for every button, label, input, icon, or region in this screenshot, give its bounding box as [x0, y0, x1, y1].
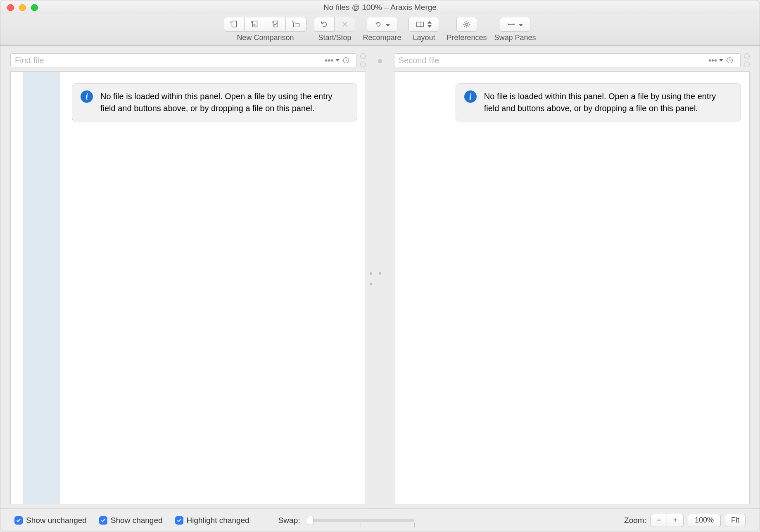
marker-circle[interactable]: [744, 62, 750, 67]
left-panel[interactable]: i No file is loaded within this panel. O…: [10, 71, 366, 504]
swap-panes-button[interactable]: [500, 17, 530, 32]
gear-icon: [462, 20, 471, 29]
zoom-fit-button[interactable]: Fit: [725, 514, 746, 527]
margin-gutter: [23, 72, 60, 504]
more-options-icon[interactable]: •••: [708, 56, 717, 65]
line-gutter: [11, 72, 23, 504]
zoom-out-button[interactable]: −: [651, 514, 667, 527]
preferences-button[interactable]: [456, 17, 477, 32]
line-gutter: [394, 72, 407, 504]
cancel-icon: [340, 20, 349, 29]
toolbar-group-new-comparison: 01 New Comparison: [224, 17, 306, 42]
zoom-in-button[interactable]: +: [667, 514, 684, 527]
svg-rect-0: [232, 21, 237, 27]
toolbar-label: Preferences: [446, 33, 487, 42]
stepper-icon: [427, 21, 432, 28]
svg-marker-10: [519, 24, 523, 26]
toolbar-label: New Comparison: [237, 33, 294, 42]
svg-marker-11: [335, 59, 340, 62]
stop-button[interactable]: [335, 17, 355, 32]
svg-marker-13: [719, 59, 723, 62]
toolbar-group-preferences: Preferences: [446, 17, 487, 42]
slider-thumb[interactable]: [307, 516, 314, 525]
right-markers: [744, 53, 750, 67]
zoom-controls: Zoom: − + 100% Fit: [624, 514, 746, 527]
checkbox-label: Highlight changed: [187, 516, 249, 525]
swap-icon: [507, 20, 516, 29]
hint-box: i No file is loaded within this panel. O…: [72, 83, 357, 121]
marker-circle[interactable]: [360, 53, 366, 59]
right-panel[interactable]: i No file is loaded within this panel. O…: [394, 71, 750, 504]
new-text-comparison-button[interactable]: [224, 17, 245, 32]
info-icon: i: [81, 90, 93, 103]
recompare-icon: [374, 20, 383, 29]
dropdown-icon: [518, 20, 523, 29]
new-folder-comparison-button[interactable]: [286, 17, 306, 32]
show-unchanged-checkbox[interactable]: Show unchanged: [14, 516, 87, 525]
left-column: First file ••• i: [10, 53, 366, 504]
refresh-icon: [320, 20, 329, 29]
toolbar-group-layout: Layout: [408, 17, 439, 42]
app-window: No files @ 100% – Araxis Merge 01 New Co…: [0, 0, 760, 532]
drag-handle-icon: • • •: [369, 268, 391, 290]
second-file-input[interactable]: Second file •••: [394, 53, 741, 67]
new-binary-comparison-button[interactable]: 01: [245, 17, 265, 32]
window-title: No files @ 100% – Araxis Merge: [0, 3, 760, 12]
layout-icon: [416, 20, 425, 29]
dropdown-icon[interactable]: [719, 59, 724, 62]
toolbar-group-start-stop: Start/Stop: [314, 17, 355, 42]
checkbox-label: Show unchanged: [26, 516, 87, 525]
history-icon[interactable]: [342, 56, 350, 64]
margin-gutter: [407, 72, 444, 504]
panel-content: i No file is loaded within this panel. O…: [444, 72, 749, 504]
highlight-changed-checkbox[interactable]: Highlight changed: [175, 516, 249, 525]
recompare-button[interactable]: [367, 17, 397, 32]
toolbar: 01 New Comparison Start/Stop: [0, 14, 760, 46]
zoom-label: Zoom:: [624, 516, 646, 525]
history-icon[interactable]: [725, 56, 734, 64]
marker-circle[interactable]: [360, 62, 366, 67]
start-button[interactable]: [314, 17, 335, 32]
toolbar-label: Swap Panes: [494, 33, 536, 42]
new-text-icon: [230, 20, 239, 29]
checkbox-icon: [175, 516, 183, 525]
svg-point-9: [466, 23, 468, 26]
swap-slider[interactable]: [307, 519, 414, 522]
checkbox-label: Show changed: [111, 516, 163, 525]
hint-text: No file is loaded within this panel. Ope…: [100, 90, 349, 114]
link-indicator: [378, 59, 382, 63]
hint-text: No file is loaded within this panel. Ope…: [484, 90, 732, 114]
new-folder-icon: [292, 20, 301, 29]
right-path-row: Second file •••: [394, 53, 750, 67]
checkbox-icon: [99, 516, 107, 525]
input-placeholder: Second file: [399, 56, 439, 65]
show-changed-checkbox[interactable]: Show changed: [99, 516, 163, 525]
more-options-icon[interactable]: •••: [325, 56, 333, 65]
svg-marker-8: [428, 25, 432, 28]
dropdown-icon: [385, 20, 390, 29]
hint-box: i No file is loaded within this panel. O…: [456, 83, 741, 121]
zoom-value-button[interactable]: 100%: [688, 514, 721, 527]
toolbar-label: Start/Stop: [318, 33, 351, 42]
right-column: Second file •••: [394, 53, 750, 504]
panel-content: i No file is loaded within this panel. O…: [60, 72, 366, 504]
new-binary-icon: 01: [250, 20, 259, 29]
toolbar-label: Layout: [413, 33, 435, 42]
left-path-row: First file •••: [10, 53, 366, 67]
pane-divider[interactable]: • • •: [369, 53, 391, 504]
new-image-comparison-button[interactable]: [265, 17, 286, 32]
layout-button[interactable]: [408, 17, 439, 32]
swap-label: Swap:: [278, 516, 300, 525]
bottom-bar: Show unchanged Show changed Highlight ch…: [0, 508, 760, 532]
info-icon: i: [464, 90, 477, 103]
main-area: First file ••• i: [0, 46, 760, 508]
dropdown-icon[interactable]: [335, 59, 340, 62]
toolbar-group-swap-panes: Swap Panes: [494, 17, 536, 42]
marker-circle[interactable]: [744, 53, 750, 59]
svg-text:01: 01: [253, 23, 256, 27]
svg-marker-7: [428, 21, 432, 24]
first-file-input[interactable]: First file •••: [10, 53, 357, 67]
input-placeholder: First file: [15, 56, 44, 65]
toolbar-label: Recompare: [363, 33, 401, 42]
svg-marker-4: [386, 24, 390, 26]
